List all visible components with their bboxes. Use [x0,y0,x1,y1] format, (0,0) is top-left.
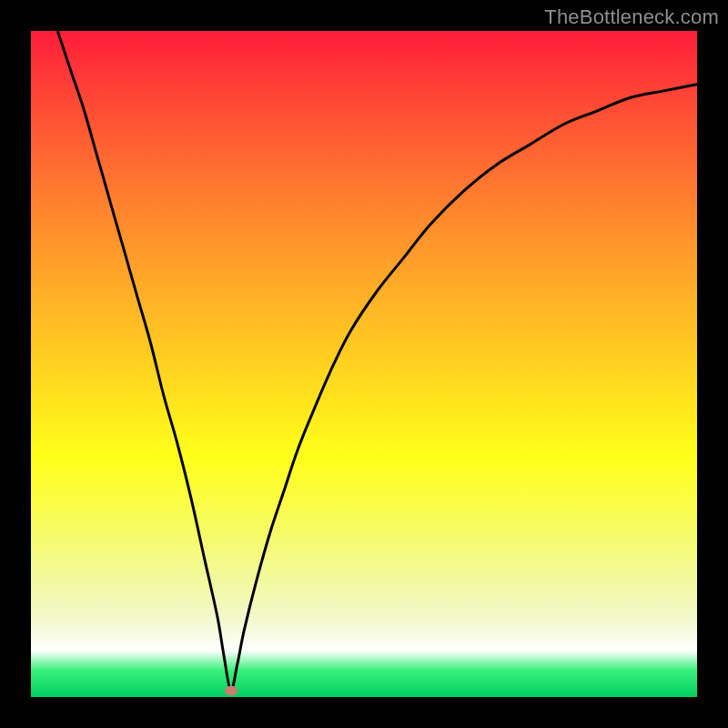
curve-svg [31,31,697,697]
chart-container: TheBottleneck.com [0,0,728,728]
plot-area [31,31,697,697]
bottleneck-curve [57,31,697,691]
watermark-text: TheBottleneck.com [544,5,719,29]
minimum-marker [225,685,238,695]
